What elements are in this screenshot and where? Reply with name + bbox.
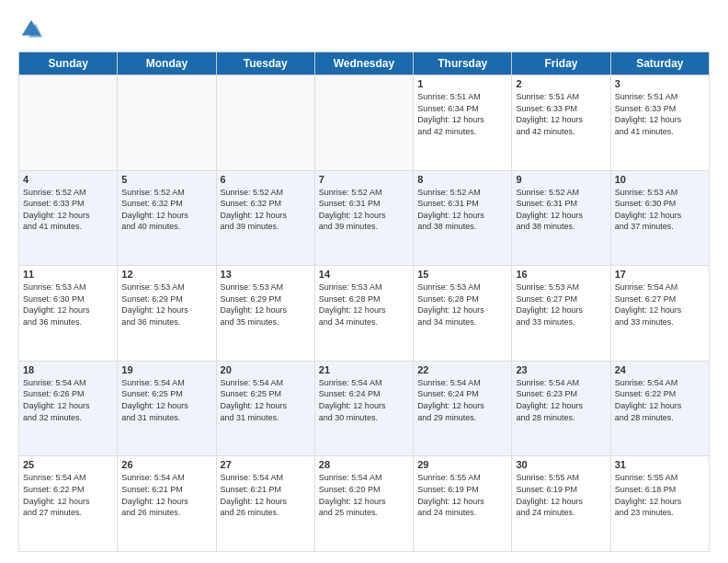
day-info: Sunrise: 5:55 AM Sunset: 6:18 PM Dayligh… [615,472,705,518]
day-cell: 30Sunrise: 5:55 AM Sunset: 6:19 PM Dayli… [512,456,610,552]
logo [18,17,48,42]
day-number: 20 [221,364,311,375]
day-cell: 25Sunrise: 5:54 AM Sunset: 6:22 PM Dayli… [19,456,118,552]
day-cell: 27Sunrise: 5:54 AM Sunset: 6:21 PM Dayli… [216,456,314,552]
day-cell: 6Sunrise: 5:52 AM Sunset: 6:32 PM Daylig… [216,170,314,266]
day-info: Sunrise: 5:54 AM Sunset: 6:20 PM Dayligh… [319,472,409,518]
week-row-1: 1Sunrise: 5:51 AM Sunset: 6:34 PM Daylig… [19,75,710,171]
day-info: Sunrise: 5:53 AM Sunset: 6:27 PM Dayligh… [516,282,606,327]
day-info: Sunrise: 5:52 AM Sunset: 6:31 PM Dayligh… [417,187,507,233]
day-number: 7 [319,174,409,185]
day-info: Sunrise: 5:54 AM Sunset: 6:21 PM Dayligh… [221,472,311,518]
day-info: Sunrise: 5:51 AM Sunset: 6:33 PM Dayligh… [615,91,705,137]
day-number: 9 [516,174,606,185]
day-cell: 23Sunrise: 5:54 AM Sunset: 6:23 PM Dayli… [512,361,610,456]
calendar: SundayMondayTuesdayWednesdayThursdayFrid… [18,52,710,552]
day-info: Sunrise: 5:54 AM Sunset: 6:24 PM Dayligh… [319,377,409,423]
day-info: Sunrise: 5:52 AM Sunset: 6:33 PM Dayligh… [23,187,113,233]
day-cell: 28Sunrise: 5:54 AM Sunset: 6:20 PM Dayli… [314,456,413,552]
day-cell: 24Sunrise: 5:54 AM Sunset: 6:22 PM Dayli… [610,361,709,456]
day-cell: 14Sunrise: 5:53 AM Sunset: 6:28 PM Dayli… [314,266,413,362]
day-info: Sunrise: 5:55 AM Sunset: 6:19 PM Dayligh… [516,472,606,518]
day-cell: 15Sunrise: 5:53 AM Sunset: 6:28 PM Dayli… [414,266,512,362]
logo-icon [18,17,44,42]
day-number: 11 [23,269,113,280]
day-info: Sunrise: 5:54 AM Sunset: 6:26 PM Dayligh… [23,377,113,423]
day-number: 15 [417,269,507,280]
day-header-saturday: Saturday [610,52,709,75]
day-header-sunday: Sunday [19,52,118,75]
day-cell [216,75,314,171]
day-number: 30 [516,459,606,470]
day-header-thursday: Thursday [414,52,512,75]
day-cell: 10Sunrise: 5:53 AM Sunset: 6:30 PM Dayli… [610,170,709,266]
header [18,17,710,42]
day-cell [19,75,118,171]
day-number: 28 [319,459,409,470]
day-info: Sunrise: 5:53 AM Sunset: 6:29 PM Dayligh… [121,282,211,327]
week-row-3: 11Sunrise: 5:53 AM Sunset: 6:30 PM Dayli… [19,266,710,362]
day-cell: 22Sunrise: 5:54 AM Sunset: 6:24 PM Dayli… [414,361,512,456]
day-cell: 16Sunrise: 5:53 AM Sunset: 6:27 PM Dayli… [512,266,610,362]
day-info: Sunrise: 5:53 AM Sunset: 6:30 PM Dayligh… [23,282,113,327]
day-number: 27 [221,459,311,470]
day-number: 8 [417,174,507,185]
day-number: 3 [615,78,705,89]
day-info: Sunrise: 5:54 AM Sunset: 6:22 PM Dayligh… [615,377,705,423]
day-cell: 17Sunrise: 5:54 AM Sunset: 6:27 PM Dayli… [610,266,709,362]
day-info: Sunrise: 5:54 AM Sunset: 6:25 PM Dayligh… [221,377,311,423]
day-cell: 26Sunrise: 5:54 AM Sunset: 6:21 PM Dayli… [118,456,216,552]
day-cell: 11Sunrise: 5:53 AM Sunset: 6:30 PM Dayli… [19,266,118,362]
day-cell: 29Sunrise: 5:55 AM Sunset: 6:19 PM Dayli… [414,456,512,552]
day-number: 31 [615,459,705,470]
day-header-friday: Friday [512,52,610,75]
day-number: 12 [121,269,211,280]
day-info: Sunrise: 5:53 AM Sunset: 6:29 PM Dayligh… [221,282,311,327]
page: SundayMondayTuesdayWednesdayThursdayFrid… [0,0,728,563]
day-info: Sunrise: 5:51 AM Sunset: 6:34 PM Dayligh… [417,91,507,137]
day-info: Sunrise: 5:54 AM Sunset: 6:25 PM Dayligh… [121,377,211,423]
day-number: 13 [221,269,311,280]
day-number: 23 [516,364,606,375]
day-cell: 9Sunrise: 5:52 AM Sunset: 6:31 PM Daylig… [512,170,610,266]
day-cell: 5Sunrise: 5:52 AM Sunset: 6:32 PM Daylig… [118,170,216,266]
day-cell: 20Sunrise: 5:54 AM Sunset: 6:25 PM Dayli… [216,361,314,456]
day-number: 2 [516,78,606,89]
day-cell: 7Sunrise: 5:52 AM Sunset: 6:31 PM Daylig… [314,170,413,266]
day-cell: 31Sunrise: 5:55 AM Sunset: 6:18 PM Dayli… [610,456,709,552]
day-number: 6 [221,174,311,185]
week-row-2: 4Sunrise: 5:52 AM Sunset: 6:33 PM Daylig… [19,170,710,266]
day-info: Sunrise: 5:52 AM Sunset: 6:31 PM Dayligh… [319,187,409,233]
day-cell: 18Sunrise: 5:54 AM Sunset: 6:26 PM Dayli… [19,361,118,456]
day-cell: 4Sunrise: 5:52 AM Sunset: 6:33 PM Daylig… [19,170,118,266]
day-cell: 3Sunrise: 5:51 AM Sunset: 6:33 PM Daylig… [610,75,709,171]
day-info: Sunrise: 5:51 AM Sunset: 6:33 PM Dayligh… [516,91,606,137]
day-cell: 21Sunrise: 5:54 AM Sunset: 6:24 PM Dayli… [314,361,413,456]
day-info: Sunrise: 5:54 AM Sunset: 6:23 PM Dayligh… [516,377,606,423]
day-info: Sunrise: 5:52 AM Sunset: 6:32 PM Dayligh… [221,187,311,233]
day-info: Sunrise: 5:54 AM Sunset: 6:27 PM Dayligh… [615,282,705,327]
day-cell: 12Sunrise: 5:53 AM Sunset: 6:29 PM Dayli… [118,266,216,362]
day-number: 10 [615,174,705,185]
day-info: Sunrise: 5:53 AM Sunset: 6:28 PM Dayligh… [417,282,507,327]
day-number: 25 [23,459,113,470]
day-info: Sunrise: 5:54 AM Sunset: 6:21 PM Dayligh… [121,472,211,518]
day-number: 21 [319,364,409,375]
day-info: Sunrise: 5:54 AM Sunset: 6:22 PM Dayligh… [23,472,113,518]
day-number: 29 [417,459,507,470]
day-number: 16 [516,269,606,280]
day-number: 19 [121,364,211,375]
day-cell: 13Sunrise: 5:53 AM Sunset: 6:29 PM Dayli… [216,266,314,362]
day-info: Sunrise: 5:52 AM Sunset: 6:31 PM Dayligh… [516,187,606,233]
day-cell: 2Sunrise: 5:51 AM Sunset: 6:33 PM Daylig… [512,75,610,171]
day-number: 1 [417,78,507,89]
day-info: Sunrise: 5:55 AM Sunset: 6:19 PM Dayligh… [417,472,507,518]
day-cell [118,75,216,171]
day-info: Sunrise: 5:53 AM Sunset: 6:28 PM Dayligh… [319,282,409,327]
day-info: Sunrise: 5:53 AM Sunset: 6:30 PM Dayligh… [615,187,705,233]
week-row-5: 25Sunrise: 5:54 AM Sunset: 6:22 PM Dayli… [19,456,710,552]
day-cell: 8Sunrise: 5:52 AM Sunset: 6:31 PM Daylig… [414,170,512,266]
day-cell: 19Sunrise: 5:54 AM Sunset: 6:25 PM Dayli… [118,361,216,456]
day-number: 14 [319,269,409,280]
day-number: 22 [417,364,507,375]
